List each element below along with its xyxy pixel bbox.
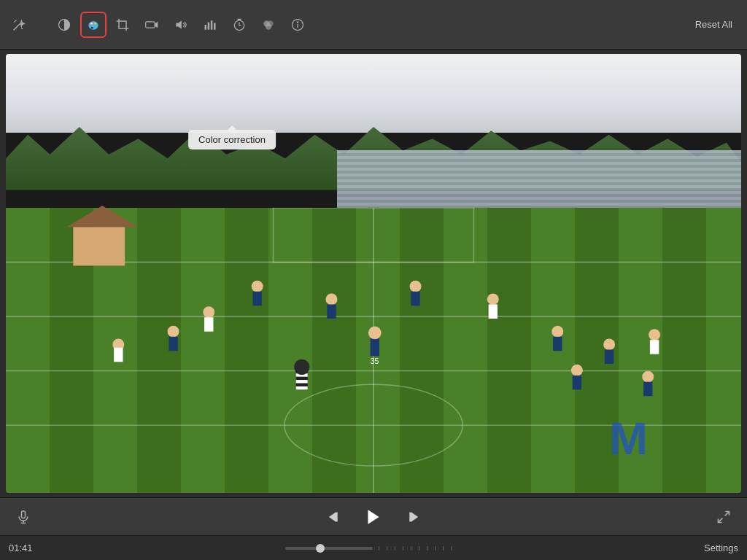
svg-point-27 (297, 22, 298, 23)
tick (379, 546, 379, 551)
camera-button[interactable] (139, 12, 165, 38)
color-balance-button[interactable] (51, 12, 77, 38)
toolbar-left (6, 12, 311, 38)
control-right (712, 505, 735, 529)
tick (427, 546, 427, 551)
bottom-controls (0, 497, 747, 535)
field-layer (6, 208, 741, 493)
video-frame: 35 (6, 54, 741, 493)
top-toolbar: Reset All (0, 0, 747, 50)
svg-point-7 (90, 23, 93, 24)
scrubber-track[interactable] (285, 547, 373, 550)
time-display: 01:41 (9, 542, 33, 553)
svg-marker-15 (176, 20, 182, 29)
svg-point-12 (90, 24, 92, 26)
sky-layer (6, 54, 741, 133)
scrubber-thumb (316, 544, 325, 553)
svg-point-11 (91, 26, 93, 28)
video-container: 35 (6, 54, 741, 493)
svg-rect-13 (146, 21, 155, 27)
svg-rect-77 (409, 512, 411, 521)
color-correction-button[interactable] (80, 12, 107, 38)
status-bar: 01:41 Settings (0, 535, 747, 560)
svg-rect-18 (211, 20, 213, 29)
tick (395, 546, 395, 551)
tick (419, 546, 419, 551)
tick (435, 546, 436, 551)
svg-rect-19 (214, 23, 216, 29)
svg-marker-76 (411, 512, 418, 521)
svg-rect-74 (336, 512, 338, 521)
svg-point-8 (93, 22, 95, 24)
play-button[interactable] (362, 505, 385, 529)
reset-all-button[interactable]: Reset All (689, 16, 738, 33)
svg-marker-75 (368, 510, 379, 524)
crop-button[interactable] (109, 12, 136, 38)
fullscreen-button[interactable] (712, 505, 735, 529)
tick (443, 546, 444, 551)
equalizer-button[interactable] (197, 12, 223, 38)
audio-button[interactable] (168, 12, 194, 38)
tick (451, 546, 452, 551)
svg-rect-16 (205, 25, 207, 30)
scrubber-ticks (379, 545, 452, 551)
svg-line-0 (14, 23, 20, 30)
svg-point-10 (95, 24, 97, 26)
svg-marker-73 (329, 512, 336, 521)
svg-rect-17 (208, 22, 210, 29)
info-button[interactable] (285, 12, 311, 38)
tick (411, 546, 411, 551)
tick (387, 546, 387, 551)
svg-marker-14 (155, 21, 158, 27)
svg-line-78 (725, 511, 729, 516)
svg-point-9 (94, 23, 96, 24)
toolbar-icons (51, 12, 311, 38)
magic-wand-button[interactable] (6, 12, 32, 38)
speed-button[interactable] (226, 12, 252, 38)
playback-controls (324, 505, 423, 529)
scrubber-area (285, 545, 452, 551)
skip-forward-button[interactable] (400, 505, 423, 529)
svg-point-24 (266, 23, 271, 29)
overlay-button[interactable] (255, 12, 282, 38)
svg-line-79 (719, 518, 723, 522)
svg-rect-70 (22, 510, 26, 518)
control-left (12, 505, 35, 529)
microphone-button[interactable] (12, 505, 35, 529)
tick (403, 546, 403, 551)
skip-back-button[interactable] (324, 505, 347, 529)
settings-button[interactable]: Settings (704, 542, 738, 553)
app-container: Reset All (0, 0, 747, 560)
